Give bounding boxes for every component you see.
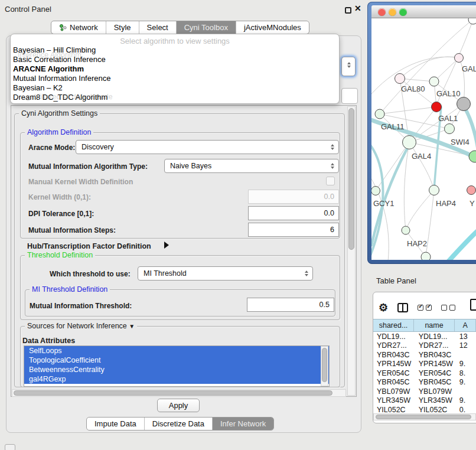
table-row[interactable]: YPR145WYPR145W9. bbox=[373, 360, 476, 369]
network-node[interactable] bbox=[457, 97, 471, 111]
network-node[interactable] bbox=[395, 74, 405, 84]
attributes-scrollbar-thumb[interactable] bbox=[322, 348, 327, 382]
node-label: HAP2 bbox=[407, 239, 427, 248]
network-edge[interactable] bbox=[409, 142, 434, 190]
network-node[interactable] bbox=[432, 102, 442, 112]
table-row[interactable]: YBL079WYBL079W bbox=[373, 387, 476, 396]
network-edge[interactable] bbox=[380, 107, 436, 114]
float-panel-icon[interactable] bbox=[345, 7, 351, 14]
settings-vertical-scrollbar[interactable] bbox=[347, 106, 356, 396]
mi-type-value: Naive Bayes bbox=[170, 162, 211, 170]
node-label: GCY1 bbox=[373, 199, 394, 208]
table-settings-gear-icon[interactable]: ⚙ bbox=[379, 302, 388, 313]
network-edge[interactable] bbox=[425, 190, 434, 260]
network-canvas[interactable]: GALGAL80GAL10GAL1GAL11SWI4GAL4GCY1HAP4YH… bbox=[371, 18, 476, 260]
hub-expander-arrow-icon[interactable] bbox=[164, 242, 169, 249]
table-column-header[interactable]: name bbox=[414, 319, 455, 331]
algorithm-option[interactable]: Bayesian – K2 bbox=[11, 83, 339, 93]
data-attribute-item[interactable]: BetweennessCentrality bbox=[24, 365, 329, 374]
network-node[interactable] bbox=[455, 54, 464, 63]
mi-steps-field[interactable]: 6 bbox=[248, 223, 339, 237]
table-row[interactable]: YLR345WYLR345W9. bbox=[373, 396, 476, 406]
which-threshold-combobox[interactable]: MI Threshold bbox=[138, 266, 313, 281]
network-node[interactable] bbox=[467, 186, 476, 195]
mi-type-label: Mutual Information Algorithm Type: bbox=[28, 162, 148, 171]
settings-vertical-scrollbar-thumb[interactable] bbox=[348, 108, 354, 250]
table-scrollbar-thumb[interactable] bbox=[376, 415, 471, 419]
inference-algorithm-combobox-fragment[interactable] bbox=[341, 57, 356, 76]
algorithm-option[interactable]: Mutual Information Inference bbox=[11, 74, 339, 83]
table-row[interactable]: YIL052CYIL052C0. bbox=[373, 405, 476, 413]
minimize-window-icon[interactable] bbox=[389, 8, 396, 16]
algorithm-option[interactable]: Dream8 DC_TDC Algorithm bbox=[11, 93, 339, 102]
network-node[interactable] bbox=[375, 109, 384, 119]
data-attribute-item[interactable]: gal4RGexp bbox=[24, 374, 329, 384]
tab-select[interactable]: Select bbox=[139, 21, 176, 34]
mi-type-combobox[interactable]: Naive Bayes bbox=[164, 159, 339, 173]
tab-infer-network[interactable]: Infer Network bbox=[212, 418, 273, 430]
tab-jactivemnodules[interactable]: jActiveMNodules bbox=[236, 21, 309, 34]
zoom-window-icon[interactable] bbox=[399, 8, 407, 16]
dpi-tolerance-field[interactable]: 0.0 bbox=[248, 206, 339, 220]
close-window-icon[interactable] bbox=[378, 8, 386, 16]
sources-collapse-arrow-icon[interactable]: ▼ bbox=[129, 323, 135, 330]
tab-network[interactable]: Network bbox=[51, 21, 106, 34]
algorithm-option[interactable]: ARACNE Algorithm bbox=[11, 64, 339, 74]
mi-threshold-label: Mutual Information Threshold: bbox=[30, 302, 132, 310]
node-label: HAP4 bbox=[436, 199, 456, 208]
table-cell: YDL19... bbox=[373, 332, 414, 341]
algorithm-option[interactable]: Basic Correlation Inference bbox=[11, 55, 339, 64]
data-attribute-item[interactable]: TopologicalCoefficient bbox=[24, 356, 329, 365]
network-node[interactable] bbox=[421, 252, 431, 260]
aracne-mode-combobox[interactable]: Discovery bbox=[76, 140, 339, 154]
network-node[interactable] bbox=[371, 187, 380, 195]
column-visibility-icon[interactable] bbox=[397, 303, 408, 312]
table-column-header[interactable]: A bbox=[455, 319, 476, 331]
network-selector-fragment[interactable] bbox=[341, 88, 358, 104]
network-window-titlebar[interactable] bbox=[371, 5, 476, 18]
network-edge[interactable] bbox=[434, 58, 459, 81]
node-label: GAL1 bbox=[438, 114, 458, 123]
table-row[interactable]: YBR045CYBR045C9. bbox=[373, 378, 476, 387]
network-node[interactable] bbox=[469, 151, 476, 162]
network-graph[interactable]: GALGAL80GAL10GAL1GAL11SWI4GAL4GCY1HAP4YH… bbox=[371, 18, 476, 260]
tab-impute-data[interactable]: Impute Data bbox=[87, 418, 144, 430]
table-column-header[interactable]: shared... bbox=[373, 319, 414, 331]
table-row[interactable]: YBR043CYBR043C bbox=[373, 350, 476, 360]
select-all-icon[interactable] bbox=[418, 305, 432, 311]
network-edge[interactable] bbox=[406, 190, 434, 230]
network-node[interactable] bbox=[403, 136, 416, 149]
table-row[interactable]: YDL19...YDL19...13 bbox=[373, 332, 476, 341]
import-table-icon[interactable] bbox=[470, 299, 476, 313]
settings-horizontal-scrollbar-thumb[interactable] bbox=[14, 390, 332, 396]
network-node[interactable] bbox=[429, 185, 439, 195]
combo-stepper-icon bbox=[305, 270, 308, 276]
network-edge-highlighted[interactable] bbox=[447, 229, 476, 260]
network-node[interactable] bbox=[402, 226, 410, 234]
which-threshold-label: Which threshold to use: bbox=[50, 270, 131, 278]
settings-horizontal-scrollbar[interactable] bbox=[12, 389, 346, 397]
threshold-definition-title: Threshold Definition bbox=[25, 251, 95, 259]
aracne-mode-value: Discovery bbox=[81, 143, 114, 151]
algorithm-option[interactable]: Bayesian – Hill Climbing bbox=[11, 45, 339, 55]
table-row[interactable]: YER054CYER054C8. bbox=[373, 369, 476, 378]
network-node[interactable] bbox=[445, 124, 455, 134]
attributes-vertical-scrollbar[interactable] bbox=[321, 346, 328, 386]
tab-label: Discretize Data bbox=[152, 419, 204, 428]
manual-kernel-checkbox[interactable] bbox=[326, 177, 335, 185]
table-row[interactable]: YDR27...YDR27...12 bbox=[373, 341, 476, 351]
node-label: GAL80 bbox=[401, 84, 425, 93]
network-node[interactable] bbox=[468, 18, 476, 24]
close-panel-icon[interactable]: ✕ bbox=[354, 4, 361, 13]
mi-threshold-field[interactable]: 0.5 bbox=[247, 298, 334, 312]
data-attribute-item[interactable]: SelfLoops bbox=[24, 346, 329, 356]
deselect-all-icon[interactable] bbox=[441, 305, 455, 311]
tab-discretize-data[interactable]: Discretize Data bbox=[144, 418, 212, 430]
network-node[interactable] bbox=[429, 77, 439, 86]
tab-cyni-toolbox[interactable]: Cyni Toolbox bbox=[176, 21, 236, 34]
combo-stepper-icon bbox=[331, 144, 334, 150]
apply-button[interactable]: Apply bbox=[157, 399, 200, 412]
table-horizontal-scrollbar[interactable] bbox=[373, 413, 476, 420]
tab-style[interactable]: Style bbox=[106, 21, 139, 34]
kernel-width-field[interactable]: 0.0 bbox=[248, 190, 339, 204]
